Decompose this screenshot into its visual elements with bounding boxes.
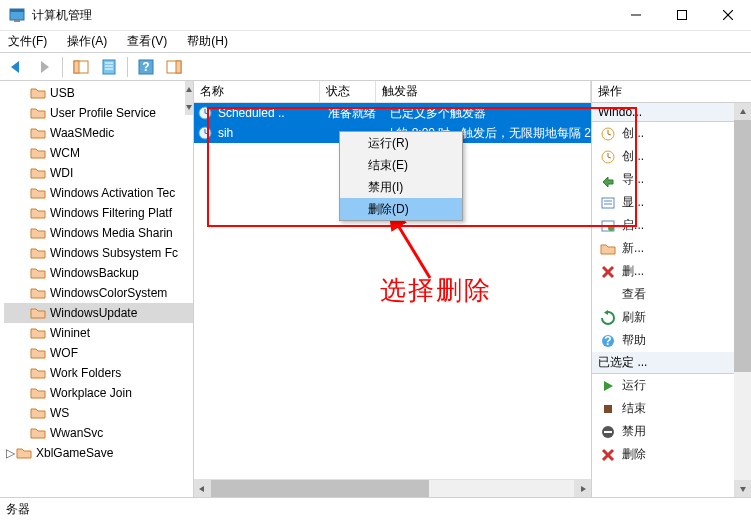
col-name[interactable]: 名称 <box>194 81 320 102</box>
tree-item[interactable]: ▷XblGameSave <box>4 443 193 463</box>
action-item[interactable]: 删除 <box>592 443 751 466</box>
close-button[interactable] <box>705 0 751 31</box>
action-icon <box>600 424 616 440</box>
action-item[interactable]: 创... <box>592 145 751 168</box>
tree-item[interactable]: Wininet <box>4 323 193 343</box>
maximize-button[interactable] <box>659 0 705 31</box>
tree-item-label: WOF <box>50 346 78 360</box>
tree-item[interactable]: WindowsColorSystem <box>4 283 193 303</box>
svg-marker-8 <box>41 61 49 73</box>
col-trigger[interactable]: 触发器 <box>376 81 591 102</box>
ctx-run[interactable]: 运行(R) <box>340 132 462 154</box>
action-item[interactable]: 启... <box>592 214 751 237</box>
scroll-track[interactable] <box>211 480 574 497</box>
tree-item[interactable]: WaaSMedic <box>4 123 193 143</box>
folder-icon <box>30 146 46 160</box>
minimize-button[interactable] <box>613 0 659 31</box>
svg-marker-42 <box>604 310 608 315</box>
tree-item[interactable]: WindowsBackup <box>4 263 193 283</box>
action-item[interactable]: 删... <box>592 260 751 283</box>
action-item[interactable]: 运行 <box>592 374 751 397</box>
tree-item[interactable]: Workplace Join <box>4 383 193 403</box>
forward-button[interactable] <box>32 55 56 79</box>
scroll-up-button[interactable] <box>185 81 193 98</box>
tree-item[interactable]: Windows Subsystem Fc <box>4 243 193 263</box>
section-label: Windo... <box>598 105 642 119</box>
actions-section-header[interactable]: Windo... ▲ <box>592 103 751 122</box>
action-icon <box>600 195 616 211</box>
folder-icon <box>16 446 32 460</box>
folder-icon <box>30 346 46 360</box>
tree-item[interactable]: WOF <box>4 343 193 363</box>
tree-item[interactable]: WwanSvc <box>4 423 193 443</box>
action-icon <box>600 310 616 326</box>
svg-marker-7 <box>11 61 19 73</box>
tree-item[interactable]: Windows Activation Tec <box>4 183 193 203</box>
back-button[interactable] <box>4 55 28 79</box>
menu-help[interactable]: 帮助(H) <box>183 31 232 52</box>
tree-twisty[interactable]: ▷ <box>4 446 16 460</box>
menu-view[interactable]: 查看(V) <box>123 31 171 52</box>
action-label: 启... <box>622 217 644 234</box>
action-icon <box>600 126 616 142</box>
svg-marker-19 <box>186 87 192 92</box>
tree-item[interactable]: Windows Media Sharin <box>4 223 193 243</box>
tree-item[interactable]: Windows Filtering Platf <box>4 203 193 223</box>
tree-item-label: WaaSMedic <box>50 126 114 140</box>
show-hide-console-button[interactable] <box>69 55 93 79</box>
ctx-disable[interactable]: 禁用(I) <box>340 176 462 198</box>
properties-button[interactable] <box>97 55 121 79</box>
action-item[interactable]: 创... <box>592 122 751 145</box>
show-hide-action-button[interactable] <box>162 55 186 79</box>
scroll-up-button[interactable] <box>734 103 751 120</box>
action-item[interactable]: 显... <box>592 191 751 214</box>
actions-vertical-scrollbar[interactable] <box>734 103 751 497</box>
scroll-right-button[interactable] <box>574 480 591 497</box>
cell-name: Scheduled .. <box>218 106 322 120</box>
svg-text:?: ? <box>142 60 149 74</box>
ctx-delete[interactable]: 删除(D) <box>340 198 462 220</box>
action-item[interactable]: 刷新 <box>592 306 751 329</box>
action-item[interactable]: 查看▶ <box>592 283 751 306</box>
scroll-left-button[interactable] <box>194 480 211 497</box>
tree-item[interactable]: User Profile Service <box>4 103 193 123</box>
svg-marker-52 <box>740 487 746 492</box>
col-status[interactable]: 状态 <box>320 81 376 102</box>
scroll-down-button[interactable] <box>185 98 193 115</box>
tree-item[interactable]: WDI <box>4 163 193 183</box>
tree-item[interactable]: WindowsUpdate <box>4 303 193 323</box>
help-button[interactable]: ? <box>134 55 158 79</box>
list-row[interactable]: Scheduled .. 准备就绪 已定义多个触发器 <box>194 103 591 123</box>
svg-point-39 <box>608 225 614 231</box>
action-item[interactable]: 新... <box>592 237 751 260</box>
folder-icon <box>30 86 46 100</box>
folder-tree[interactable]: USBUser Profile ServiceWaaSMedicWCMWDIWi… <box>0 81 193 497</box>
scroll-down-button[interactable] <box>734 480 751 497</box>
svg-rect-1 <box>10 9 24 12</box>
folder-icon <box>30 106 46 120</box>
menu-action[interactable]: 操作(A) <box>63 31 111 52</box>
action-item[interactable]: ?帮助 <box>592 329 751 352</box>
tree-item[interactable]: USB <box>4 83 193 103</box>
tree-item[interactable]: WCM <box>4 143 193 163</box>
ctx-end[interactable]: 结束(E) <box>340 154 462 176</box>
action-item[interactable]: 结束 <box>592 397 751 420</box>
svg-marker-51 <box>740 109 746 114</box>
tree-item[interactable]: Work Folders <box>4 363 193 383</box>
menu-file[interactable]: 文件(F) <box>4 31 51 52</box>
action-item[interactable]: 导... <box>592 168 751 191</box>
scroll-thumb[interactable] <box>211 480 429 497</box>
tree-vertical-scrollbar[interactable] <box>185 81 193 497</box>
action-item[interactable]: 禁用 <box>592 420 751 443</box>
cell-trigger: 已定义多个触发器 <box>390 105 486 122</box>
tree-item[interactable]: WS <box>4 403 193 423</box>
tree-item-label: USB <box>50 86 75 100</box>
action-icon <box>600 378 616 394</box>
actions-section-header[interactable]: 已选定 ... ▲ <box>592 352 751 374</box>
action-icon <box>600 218 616 234</box>
list-horizontal-scrollbar[interactable] <box>194 479 591 497</box>
scroll-thumb[interactable] <box>734 120 751 372</box>
clock-icon <box>198 106 212 120</box>
actions-pane: 操作 Windo... ▲ 创...创...导...显...启...新...删.… <box>592 81 751 497</box>
folder-icon <box>30 366 46 380</box>
